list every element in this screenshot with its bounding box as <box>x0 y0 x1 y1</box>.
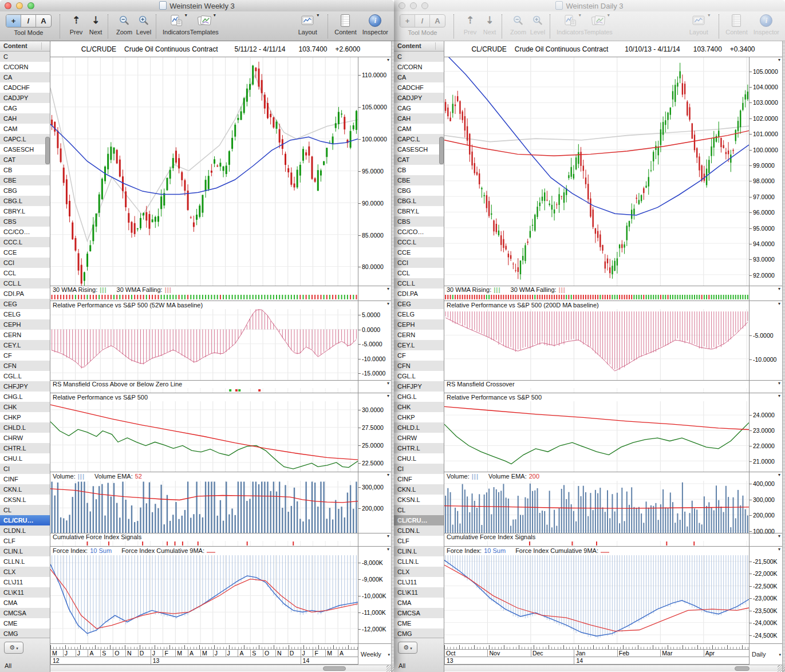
symbol-list-item[interactable]: CL\J11 <box>0 577 50 587</box>
period-dropdown[interactable]: Daily▾ <box>752 651 781 658</box>
pointer-tool-button[interactable]: + <box>400 15 415 27</box>
symbol-list-item[interactable]: CAH <box>394 113 444 124</box>
volume-canvas[interactable] <box>444 481 749 533</box>
symbol-list-item[interactable]: CKN.L <box>394 484 444 495</box>
symbol-list-item[interactable]: CAPC.L <box>0 134 50 144</box>
action-gear-button[interactable]: ⚙▾ <box>4 642 23 654</box>
symbol-list-item[interactable]: CKN.L <box>0 484 50 495</box>
price-chart-canvas[interactable] <box>444 57 749 286</box>
volume-axis[interactable]: ▾400,000300,000200,000100,000 <box>749 472 782 533</box>
symbol-list-item[interactable]: CL\J11 <box>394 577 444 587</box>
cfi-signal-canvas[interactable] <box>50 541 358 546</box>
symbol-list-item[interactable]: CHFJPY <box>0 381 50 392</box>
symbol-list-item[interactable]: CCL.L <box>0 278 50 288</box>
symbol-list-item[interactable]: CHRW <box>0 433 50 443</box>
symbol-list-item[interactable]: CMCSA <box>0 608 50 618</box>
symbol-list-item[interactable]: CME <box>394 618 444 628</box>
symbol-list-item[interactable]: CEG <box>394 299 444 309</box>
panel-disclosure-icon[interactable]: ▾ <box>387 533 389 539</box>
symbol-list[interactable]: CC/CORNCACADCHFCADJPYCAGCAHCAMCAPC.LCASE… <box>0 52 50 639</box>
time-axis-months[interactable]: OctNovDecJanFebMarApr <box>444 650 749 657</box>
force-axis[interactable]: ▾-8,000K-9,000K-10,000K-11,000K-12,000K <box>358 547 391 643</box>
symbol-list-item[interactable]: CLDN.L <box>0 525 50 536</box>
time-axis-years[interactable]: 121314 <box>50 657 358 665</box>
symbol-list-item[interactable]: CLLN.L <box>0 556 50 567</box>
symbol-list-item[interactable]: CBG <box>394 185 444 196</box>
titlebar[interactable]: Weinstein Weekly 3 <box>0 0 394 12</box>
titlebar[interactable]: Weinstein Daily 3 <box>394 0 785 12</box>
volume-axis[interactable]: ▾300,000200,000 <box>358 472 391 533</box>
force-index-canvas[interactable] <box>444 555 749 643</box>
templates-button[interactable]: ▾ Templates <box>190 14 219 35</box>
symbol-list-item[interactable]: CEG <box>0 299 50 309</box>
symbol-list-item[interactable]: CEY.L <box>394 340 444 350</box>
horizontal-scrollbar[interactable] <box>444 665 782 671</box>
panel-disclosure-icon[interactable]: ▾ <box>778 533 780 539</box>
symbol-list-item[interactable]: CME <box>0 618 50 628</box>
symbol-list-item[interactable]: CCL.L <box>394 278 444 288</box>
symbol-list-item[interactable]: CADCHF <box>394 82 444 93</box>
symbol-list-item[interactable]: CBE <box>394 175 444 185</box>
sidebar-header[interactable]: Content <box>0 41 50 52</box>
symbol-list-item[interactable]: CLLN.L <box>394 556 444 567</box>
symbol-list-item[interactable]: CELG <box>0 309 50 319</box>
symbol-list-item[interactable]: CC/CO… <box>0 227 50 237</box>
panel-disclosure-icon[interactable]: ▾ <box>387 381 389 386</box>
symbol-list-item[interactable]: CLX <box>0 567 50 577</box>
layout-button[interactable]: ▾ Layout <box>689 14 708 35</box>
symbol-list-item[interactable]: CAM <box>394 124 444 134</box>
symbol-list-item[interactable]: CAPC.L <box>394 134 444 144</box>
force-axis[interactable]: ▾-21,500K-22,000K-22,500K-23,000K-23,500… <box>749 547 782 643</box>
zoom-out-button[interactable]: Zoom <box>115 14 134 35</box>
symbol-list-item[interactable]: CASESCH <box>394 144 444 155</box>
symbol-list-item[interactable]: CAG <box>394 103 444 113</box>
symbol-list-item[interactable]: CCC.L <box>0 237 50 247</box>
panel-disclosure-icon[interactable]: ▾ <box>778 286 780 291</box>
symbol-list-item[interactable]: CF <box>0 350 50 361</box>
symbol-list-item[interactable]: CBG.L <box>0 196 50 206</box>
symbol-list-item[interactable]: CCC.L <box>394 237 444 247</box>
symbol-list-item[interactable]: CEPH <box>394 319 444 330</box>
rs-axis[interactable]: ▾5.00000.0000-5.0000-10.0000-15.0000 <box>358 301 391 380</box>
symbol-list-item[interactable]: CL <box>0 505 50 515</box>
prev-button[interactable]: ⇡ Prev <box>460 14 480 35</box>
symbol-list-item[interactable]: CGL.L <box>394 371 444 381</box>
time-ruler[interactable] <box>50 644 358 650</box>
time-axis-years[interactable]: 1314 <box>444 657 749 665</box>
symbol-list-item[interactable]: CL/CRU… <box>0 515 50 525</box>
rp-lines-canvas[interactable] <box>50 401 358 472</box>
symbol-list-item[interactable]: CBRY.L <box>0 206 50 216</box>
symbol-list-item[interactable]: CHTR.L <box>394 443 444 453</box>
symbol-list-item[interactable]: CHU.L <box>0 453 50 464</box>
symbol-list-item[interactable]: CCE <box>0 247 50 258</box>
panel-disclosure-icon[interactable]: ▾ <box>387 286 389 291</box>
symbol-list-item[interactable]: CKSN.L <box>0 495 50 505</box>
symbol-list-item[interactable]: C <box>394 52 444 62</box>
text-tool-button[interactable]: A <box>36 15 51 27</box>
symbol-list-item[interactable]: CHK <box>394 402 444 412</box>
symbol-list-item[interactable]: CBRY.L <box>394 206 444 216</box>
zoom-in-button[interactable]: Level <box>528 14 547 35</box>
wma-signal-canvas[interactable] <box>50 294 358 301</box>
time-ruler[interactable] <box>444 644 749 650</box>
symbol-list-item[interactable]: CMA <box>394 598 444 608</box>
panel-disclosure-icon[interactable]: ▾ <box>387 393 389 398</box>
prev-button[interactable]: ⇡ Prev <box>66 14 86 35</box>
symbol-list-item[interactable]: CBE <box>0 175 50 185</box>
panel-disclosure-icon[interactable]: ▾ <box>778 547 780 552</box>
indicators-button[interactable]: ▾ Indicators <box>163 14 190 35</box>
symbol-list-item[interactable]: CCL <box>0 268 50 278</box>
next-button[interactable]: ⇣ Next <box>86 14 105 35</box>
rp-axis[interactable]: ▾30.000027.500025.000022.5000 <box>358 393 391 472</box>
symbol-list-item[interactable]: CI <box>0 464 50 474</box>
panel-disclosure-icon[interactable]: ▾ <box>778 472 780 477</box>
symbol-list-item[interactable]: CCE <box>394 247 444 258</box>
symbol-list-item[interactable]: CHLD.L <box>394 422 444 433</box>
symbol-list-item[interactable]: CA <box>0 72 50 82</box>
sidebar-scrollbar[interactable] <box>439 51 443 638</box>
symbol-list-item[interactable]: CDI.PA <box>394 288 444 299</box>
period-dropdown[interactable]: Weekly▾ <box>361 651 390 658</box>
inspector-button[interactable]: i Inspector <box>754 14 779 35</box>
rs-histogram-canvas[interactable] <box>444 309 749 380</box>
symbol-list-item[interactable]: CERN <box>394 330 444 340</box>
